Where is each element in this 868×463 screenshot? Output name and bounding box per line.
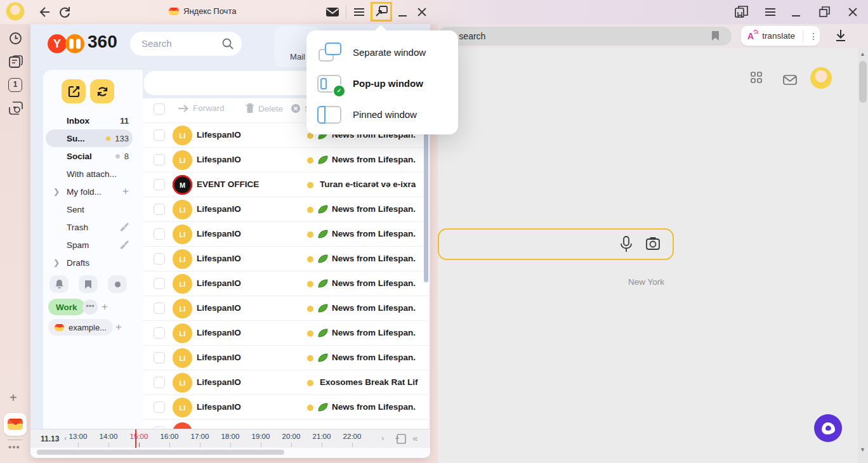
window-mode-button[interactable] xyxy=(371,2,392,22)
rail-more-icon[interactable]: ••• xyxy=(8,441,20,452)
day-timeline[interactable]: 11.13 ‹ 13:00 14:00 15:00 16:00 17:00 18… xyxy=(30,429,430,448)
folder-with-attachments[interactable]: With attach... xyxy=(46,165,133,183)
message-row[interactable]: LI LifespanIO News from Lifespan. xyxy=(143,345,429,370)
back-icon[interactable] xyxy=(38,6,50,18)
scroll-up-icon[interactable]: ▲ xyxy=(860,51,865,57)
feed-icon[interactable] xyxy=(9,55,23,68)
labels-more-button[interactable]: ••• xyxy=(82,299,98,315)
search-icon[interactable] xyxy=(222,38,233,49)
chevron-right-icon[interactable]: ❯ xyxy=(53,258,60,267)
menu-item-pinned-window[interactable]: Pinned window xyxy=(306,99,458,130)
address-bar[interactable]: net search xyxy=(438,27,732,46)
message-row[interactable] xyxy=(143,419,429,429)
row-checkbox[interactable] xyxy=(154,129,165,141)
folder-inbox[interactable]: Inbox 11 xyxy=(46,112,133,129)
mail-app-button[interactable] xyxy=(4,413,27,436)
services-grid-icon[interactable] xyxy=(751,72,762,83)
row-checkbox[interactable] xyxy=(154,327,165,339)
browser-restore-icon[interactable] xyxy=(819,6,830,17)
screenshot-icon[interactable] xyxy=(9,101,23,115)
translate-more-icon[interactable]: ⋮ xyxy=(809,31,818,41)
row-checkbox[interactable] xyxy=(154,303,165,314)
horizontal-scroll-thumb[interactable] xyxy=(37,450,284,455)
browser-menu-icon[interactable] xyxy=(765,8,776,16)
message-row[interactable]: LI LifespanIO News from Lifespan. xyxy=(143,395,429,420)
message-row[interactable]: LI LifespanIO News from Lifespan. xyxy=(143,147,429,173)
message-row[interactable]: LI LifespanIO News from Lifespan. xyxy=(143,221,429,247)
reload-icon[interactable] xyxy=(58,6,71,18)
folder-social[interactable]: Social 8 xyxy=(46,147,133,165)
popup-minimize-icon[interactable] xyxy=(398,15,407,16)
bookmark-flag-icon[interactable] xyxy=(711,30,720,41)
label-work[interactable]: Work xyxy=(48,299,85,315)
yandex-logo-icon[interactable]: Y xyxy=(48,34,67,53)
select-all-checkbox[interactable] xyxy=(154,103,165,115)
page-mail-icon[interactable] xyxy=(783,75,797,85)
message-row[interactable]: LI LifespanIO News from Lifespan. xyxy=(143,246,429,271)
menu-hamburger-icon[interactable] xyxy=(353,8,365,16)
folder-subscriptions[interactable]: Su... 133 xyxy=(46,129,133,147)
folder-drafts[interactable]: ❯ Drafts xyxy=(46,254,133,271)
image-search-icon[interactable] xyxy=(645,237,661,252)
yandex-search-bar[interactable] xyxy=(438,228,674,260)
message-row[interactable]: LI LifespanIO News from Lifespan. xyxy=(143,296,429,321)
page-scroll-thumb[interactable] xyxy=(859,61,867,103)
horizontal-scroll-area[interactable] xyxy=(30,448,430,458)
row-checkbox[interactable] xyxy=(154,278,165,289)
timeline-next-icon[interactable]: › xyxy=(381,433,384,443)
chevron-right-icon[interactable]: ❯ xyxy=(53,187,60,196)
row-checkbox[interactable] xyxy=(154,228,165,240)
add-label-icon[interactable]: + xyxy=(102,301,108,313)
history-icon[interactable] xyxy=(9,32,22,45)
add-account-icon[interactable]: + xyxy=(115,321,122,334)
clear-folder-icon[interactable] xyxy=(119,240,129,249)
bookmarks-pill[interactable] xyxy=(79,275,98,293)
compose-button[interactable] xyxy=(62,79,86,103)
row-checkbox[interactable] xyxy=(154,204,165,215)
envelope-icon[interactable] xyxy=(326,7,339,17)
menu-item-separate-window[interactable]: Separate window xyxy=(306,37,458,68)
message-row[interactable]: LI LifespanIO News from Lifespan. xyxy=(143,320,429,346)
refresh-button[interactable] xyxy=(90,79,114,103)
tab-counter[interactable]: 1 xyxy=(8,78,22,92)
scroll-down-icon[interactable]: ▼ xyxy=(860,447,865,453)
folder-trash[interactable]: Trash xyxy=(46,218,133,236)
account-pill[interactable]: example... xyxy=(48,319,113,336)
folder-spam[interactable]: Spam xyxy=(46,236,133,254)
user-avatar[interactable] xyxy=(6,3,24,20)
download-icon[interactable] xyxy=(834,29,847,42)
browser-close-icon[interactable] xyxy=(848,7,858,17)
mail-search-input[interactable]: Search xyxy=(130,32,242,56)
row-checkbox[interactable] xyxy=(154,253,165,264)
page-user-avatar[interactable] xyxy=(810,67,832,89)
folder-sent[interactable]: Sent xyxy=(46,200,133,218)
message-row[interactable]: LI LifespanIO News from Lifespan. xyxy=(143,271,429,296)
page-scrollbar[interactable]: ▲ ▼ xyxy=(858,48,868,463)
notifications-pill[interactable] xyxy=(49,275,69,293)
add-folder-icon[interactable]: + xyxy=(122,185,129,198)
collapse-timeline-icon[interactable]: « xyxy=(412,433,418,443)
location-label[interactable]: New York xyxy=(628,277,664,287)
message-row[interactable]: LI LifespanIO News from Lifespan. xyxy=(143,197,429,222)
alice-button[interactable] xyxy=(814,414,842,442)
popup-close-icon[interactable] xyxy=(417,7,427,17)
folder-my-folders[interactable]: ❯ My fold... + xyxy=(46,183,133,200)
add-panel-icon[interactable]: + xyxy=(10,391,17,405)
row-checkbox[interactable] xyxy=(154,352,165,363)
delete-button[interactable]: Delete xyxy=(246,103,283,114)
row-checkbox[interactable] xyxy=(154,377,165,388)
voice-search-icon[interactable] xyxy=(620,236,633,253)
clear-folder-icon[interactable] xyxy=(119,223,129,232)
forward-button[interactable]: Forward xyxy=(178,103,225,113)
status-pill[interactable] xyxy=(108,275,127,293)
translate-button[interactable]: A translate ⋮ xyxy=(741,26,820,46)
calendar-add-icon[interactable] xyxy=(395,433,406,444)
row-checkbox[interactable] xyxy=(154,401,165,413)
menu-item-popup-window[interactable]: ✓ Pop-up window xyxy=(306,68,458,99)
message-row[interactable]: M EVENT OFFICE Turan e-ticarət və e-ixra xyxy=(143,172,429,197)
row-checkbox[interactable] xyxy=(154,179,165,190)
message-row[interactable]: LI LifespanIO Exosomes Break Rat Lif xyxy=(143,370,429,395)
browser-minimize-icon[interactable] xyxy=(792,15,800,16)
bookmarks-panel-icon[interactable] xyxy=(735,6,748,18)
row-checkbox[interactable] xyxy=(154,154,165,166)
